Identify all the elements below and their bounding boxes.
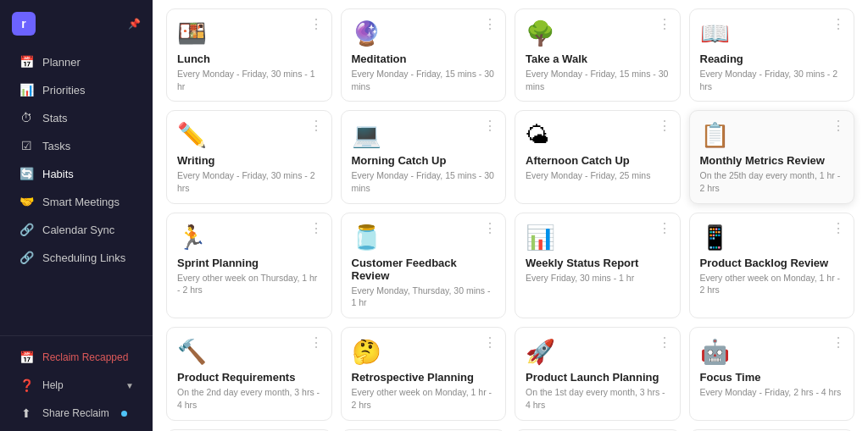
card-menu-button[interactable]: ⋮ [309, 222, 323, 235]
habit-icon: 🌳 [526, 19, 670, 47]
habit-icon: 📖 [700, 19, 844, 47]
habit-icon: 🫙 [352, 224, 496, 251]
pin-icon[interactable]: 📌 [128, 18, 141, 30]
sidebar-item-label: Stats [42, 112, 68, 124]
card-menu-button[interactable]: ⋮ [658, 336, 671, 350]
habit-card-writing[interactable]: ⋮ ✏️ Writing Every Monday - Friday, 30 m… [166, 110, 332, 203]
sidebar-item-tasks[interactable]: ☑ Tasks [5, 132, 147, 159]
sidebar-item-calendar-sync[interactable]: 🔗 Calendar Sync [5, 216, 147, 243]
habit-schedule: On the 25th day every month, 1 hr - 2 hr… [700, 169, 844, 194]
habit-card-meditation[interactable]: ⋮ 🔮 Meditation Every Monday - Friday, 15… [341, 8, 507, 102]
habit-card-morning-catch-up[interactable]: ⋮ 💻 Morning Catch Up Every Monday - Frid… [341, 110, 507, 203]
habit-card-lunch[interactable]: ⋮ 🍱 Lunch Every Monday - Friday, 30 mins… [166, 8, 332, 102]
habit-icon: 🤖 [700, 338, 844, 366]
sidebar-item-label: Share Reclaim [42, 407, 109, 419]
sidebar-item-planner[interactable]: 📅 Planner [5, 48, 147, 75]
card-menu-button[interactable]: ⋮ [483, 119, 497, 133]
tasks-icon: ☑ [19, 139, 34, 152]
habit-schedule: On the 1st day every month, 3 hrs - 4 hr… [526, 386, 670, 411]
habits-scroll-area[interactable]: ⋮ 🍱 Lunch Every Monday - Friday, 30 mins… [153, 0, 868, 431]
habit-title: Product Launch Planning [526, 371, 670, 384]
habit-schedule: Every Monday, Thursday, 30 mins - 1 hr [352, 285, 496, 309]
habit-card-afternoon-catch-up[interactable]: ⋮ 🌤 Afternoon Catch Up Every Monday - Fr… [515, 110, 681, 203]
habit-title: Monthly Metrics Review [700, 154, 844, 167]
sidebar-item-label: Scheduling Links [42, 251, 125, 264]
card-menu-button[interactable]: ⋮ [483, 222, 497, 235]
habit-card-product-backlog-review[interactable]: ⋮ 📱 Product Backlog Review Every other w… [689, 213, 855, 318]
habit-card-reading[interactable]: ⋮ 📖 Reading Every Monday - Friday, 30 mi… [689, 8, 855, 102]
habit-schedule: Every Friday, 30 mins - 1 hr [526, 272, 670, 285]
card-menu-button[interactable]: ⋮ [658, 222, 671, 235]
habits-grid: ⋮ 🍱 Lunch Every Monday - Friday, 30 mins… [166, 8, 854, 431]
habit-card-monthly-metrics-review[interactable]: ⋮ 📋 Monthly Metrics Review On the 25th d… [689, 110, 855, 203]
habit-schedule: Every other week on Thursday, 1 hr - 2 h… [177, 272, 321, 296]
card-menu-button[interactable]: ⋮ [832, 18, 845, 31]
habit-schedule: Every Monday - Friday, 15 mins - 30 mins [352, 169, 496, 194]
habit-icon: 📊 [526, 224, 670, 251]
card-menu-button[interactable]: ⋮ [483, 18, 497, 31]
sidebar-item-label: Help [42, 379, 64, 391]
priorities-icon: 📊 [19, 83, 34, 97]
habit-icon: 💻 [352, 121, 496, 149]
calendar-sync-icon: 🔗 [19, 223, 34, 236]
habit-icon: 🔨 [177, 338, 321, 366]
habit-card-retrospective-planning[interactable]: ⋮ 🤔 Retrospective Planning Every other w… [341, 327, 507, 420]
habit-card-focus-time[interactable]: ⋮ 🤖 Focus Time Every Monday - Friday, 2 … [689, 327, 855, 420]
sidebar-item-label: Smart Meetings [42, 196, 120, 208]
habit-schedule: Every Monday - Friday, 30 mins - 2 hrs [177, 169, 321, 194]
habits-icon: 🔄 [19, 167, 34, 180]
sidebar-bottom: 📅 Reclaim Recapped ❓ Help ▼ ⬆ Share Recl… [0, 335, 153, 431]
sidebar-item-label: Habits [42, 168, 74, 180]
sidebar-item-scheduling-links[interactable]: 🔗 Scheduling Links [5, 244, 147, 271]
habit-title: Afternoon Catch Up [526, 154, 670, 167]
habit-title: Meditation [352, 52, 496, 65]
habit-icon: 🍱 [177, 19, 321, 47]
sidebar-item-reclaim-recapped[interactable]: 📅 Reclaim Recapped [5, 344, 147, 371]
habit-icon: 🏃 [177, 224, 321, 251]
habit-schedule: Every Monday - Friday, 25 mins [526, 169, 670, 182]
card-menu-button[interactable]: ⋮ [309, 18, 323, 31]
habit-icon: 🤔 [352, 338, 496, 366]
habit-title: Customer Feedback Review [352, 257, 496, 282]
help-icon: ❓ [19, 379, 34, 392]
habit-card-customer-feedback-review[interactable]: ⋮ 🫙 Customer Feedback Review Every Monda… [341, 213, 507, 318]
sidebar-item-share-reclaim[interactable]: ⬆ Share Reclaim [5, 400, 147, 427]
sidebar-item-smart-meetings[interactable]: 🤝 Smart Meetings [5, 188, 147, 215]
card-menu-button[interactable]: ⋮ [832, 336, 845, 350]
habit-icon: 📋 [700, 121, 844, 149]
habit-card-product-launch-planning[interactable]: ⋮ 🚀 Product Launch Planning On the 1st d… [515, 327, 681, 420]
sidebar-item-label: Priorities [42, 84, 86, 97]
sidebar-item-label: Calendar Sync [42, 224, 114, 236]
card-menu-button[interactable]: ⋮ [658, 18, 671, 31]
habit-schedule: Every Monday - Friday, 30 mins - 2 hrs [700, 68, 844, 92]
sidebar-item-habits[interactable]: 🔄 Habits [5, 160, 147, 187]
sidebar-item-help[interactable]: ❓ Help ▼ [5, 372, 147, 399]
habit-card-take-a-walk[interactable]: ⋮ 🌳 Take a Walk Every Monday - Friday, 1… [515, 8, 681, 102]
habit-title: Focus Time [700, 371, 844, 384]
card-menu-button[interactable]: ⋮ [483, 336, 497, 350]
card-menu-button[interactable]: ⋮ [832, 222, 845, 235]
card-menu-button[interactable]: ⋮ [658, 119, 671, 133]
habit-icon: 🚀 [526, 338, 670, 366]
habit-title: Product Requirements [177, 371, 321, 384]
sidebar-item-priorities[interactable]: 📊 Priorities [5, 76, 147, 103]
habit-title: Retrospective Planning [352, 371, 496, 384]
habit-schedule: Every other week on Monday, 1 hr - 2 hrs [352, 386, 496, 411]
habit-card-weekly-status-report[interactable]: ⋮ 📊 Weekly Status Report Every Friday, 3… [515, 213, 681, 318]
reclaim-recapped-icon: 📅 [19, 351, 34, 364]
habit-title: Lunch [177, 52, 321, 65]
habit-title: Morning Catch Up [352, 154, 496, 167]
card-menu-button[interactable]: ⋮ [832, 119, 845, 133]
share-icon: ⬆ [19, 406, 34, 420]
habit-card-product-requirements[interactable]: ⋮ 🔨 Product Requirements On the 2nd day … [166, 327, 332, 420]
nav-list: 📅 Planner 📊 Priorities ⏱ Stats ☑ Tasks 🔄… [0, 44, 153, 335]
sidebar-item-label: Reclaim Recapped [42, 351, 128, 363]
sidebar-item-label: Tasks [42, 140, 70, 152]
habit-title: Weekly Status Report [526, 257, 670, 269]
habit-title: Sprint Planning [177, 257, 321, 269]
card-menu-button[interactable]: ⋮ [309, 119, 323, 133]
sidebar-item-stats[interactable]: ⏱ Stats [5, 104, 147, 131]
habit-schedule: Every other week on Monday, 1 hr - 2 hrs [700, 272, 844, 296]
card-menu-button[interactable]: ⋮ [309, 336, 323, 350]
habit-card-sprint-planning[interactable]: ⋮ 🏃 Sprint Planning Every other week on … [166, 213, 332, 318]
